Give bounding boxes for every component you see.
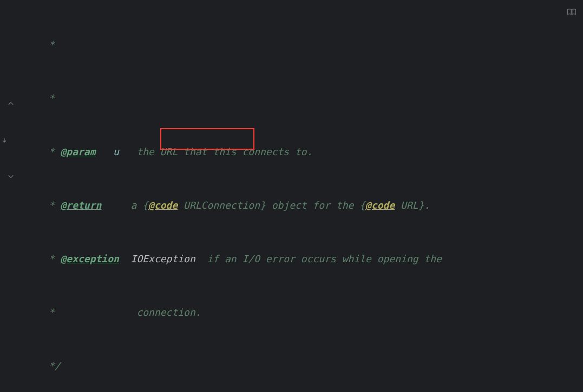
code-line: *: [19, 89, 583, 107]
fold-up-icon[interactable]: [5, 98, 16, 109]
gutter: [0, 0, 19, 392]
code-line: *: [19, 36, 583, 54]
implements-down-icon[interactable]: [0, 135, 10, 146]
code-line: */: [19, 357, 583, 375]
code-line: * @param u the URL that this connects to…: [19, 143, 583, 161]
code-line: * connection.: [19, 303, 583, 321]
code-area[interactable]: * * * @param u the URL that this connect…: [19, 0, 583, 392]
reader-mode-icon[interactable]: [567, 3, 577, 11]
code-line: * @return a {@code URLConnection} object…: [19, 196, 583, 214]
fold-region-icon[interactable]: [5, 171, 16, 182]
code-line: * @exception IOException if an I/O error…: [19, 250, 583, 268]
editor[interactable]: * * * @param u the URL that this connect…: [0, 0, 583, 392]
